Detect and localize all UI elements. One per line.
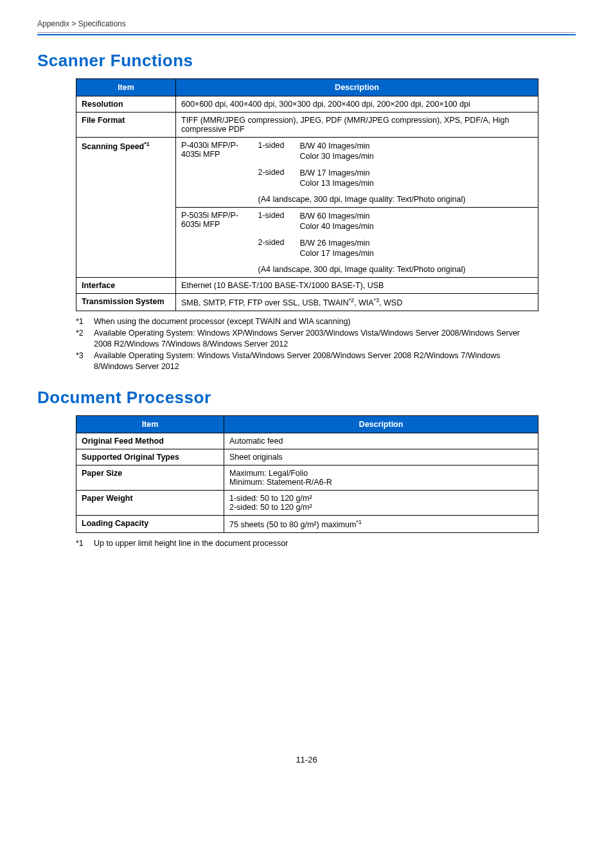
speed-color: Color 30 Images/min bbox=[300, 151, 533, 161]
cell-value: TIFF (MMR/JPEG compression), JPEG, PDF (… bbox=[176, 113, 538, 138]
footnote-1: *1Up to upper limit height line in the d… bbox=[76, 538, 538, 549]
footnote-2: *2Available Operating System: Windows XP… bbox=[76, 328, 538, 350]
loading-capacity-sup: *1 bbox=[356, 519, 362, 525]
row-loading-capacity: Loading Capacity 75 sheets (50 to 80 g/m… bbox=[76, 515, 538, 532]
cell-side-2: 2-sided bbox=[253, 165, 295, 192]
footnote-text: When using the document processor (excep… bbox=[94, 316, 351, 327]
cell-label: Paper Size bbox=[76, 465, 224, 490]
cell-value: 1-sided: 50 to 120 g/m² 2-sided: 50 to 1… bbox=[224, 490, 538, 515]
cell-label: Resolution bbox=[76, 96, 176, 113]
cell-label: Paper Weight bbox=[76, 490, 224, 515]
cell-value: Maximum: Legal/Folio Minimum: Statement-… bbox=[224, 465, 538, 490]
row-scan-speed-a1: Scanning Speed*1 P-4030i MFP/P-4035i MFP… bbox=[76, 138, 538, 165]
cell-value: Sheet originals bbox=[224, 449, 538, 465]
cell-speed: B/W 60 Images/min Color 40 Images/min bbox=[295, 208, 538, 235]
cell-meta: (A4 landscape, 300 dpi, Image quality: T… bbox=[253, 192, 538, 208]
footnote-1: *1When using the document processor (exc… bbox=[76, 316, 538, 327]
cell-model-a: P-4030i MFP/P-4035i MFP bbox=[176, 138, 253, 192]
footnote-text: Available Operating System: Windows XP/W… bbox=[94, 328, 538, 350]
cell-label: Loading Capacity bbox=[76, 515, 224, 532]
row-feed-method: Original Feed Method Automatic feed bbox=[76, 433, 538, 449]
cell-empty bbox=[176, 262, 253, 278]
cell-speed: B/W 40 Images/min Color 30 Images/min bbox=[295, 138, 538, 165]
paper-size-min: Minimum: Statement-R/A6-R bbox=[229, 478, 533, 487]
scan-speed-sup: *1 bbox=[144, 141, 150, 147]
cell-label: Supported Original Types bbox=[76, 449, 224, 465]
cell-value: Automatic feed bbox=[224, 433, 538, 449]
scan-speed-label: Scanning Speed bbox=[82, 142, 144, 151]
cell-speed: B/W 17 Images/min Color 13 Images/min bbox=[295, 165, 538, 192]
heading-document-processor: Document Processor bbox=[37, 388, 576, 408]
loading-capacity-text: 75 sheets (50 to 80 g/m²) maximum bbox=[229, 520, 356, 529]
cell-value: Ethernet (10 BASE-T/100 BASE-TX/1000 BAS… bbox=[176, 278, 538, 294]
cell-side-1: 1-sided bbox=[253, 208, 295, 235]
footnote-text: Up to upper limit height line in the doc… bbox=[94, 538, 288, 549]
row-transmission: Transmission System SMB, SMTP, FTP, FTP … bbox=[76, 294, 538, 311]
trans-mid: , WIA bbox=[354, 298, 374, 307]
cell-label: Scanning Speed*1 bbox=[76, 138, 176, 278]
table-header-row: Item Description bbox=[76, 79, 538, 96]
divider-blue bbox=[37, 34, 576, 35]
cell-value: 600×600 dpi, 400×400 dpi, 300×300 dpi, 2… bbox=[176, 96, 538, 113]
row-file-format: File Format TIFF (MMR/JPEG compression),… bbox=[76, 113, 538, 138]
cell-side-2: 2-sided bbox=[253, 235, 295, 262]
cell-label: File Format bbox=[76, 113, 176, 138]
trans-post: , WSD bbox=[379, 298, 402, 307]
speed-bw: B/W 17 Images/min bbox=[300, 168, 533, 178]
paper-weight-1: 1-sided: 50 to 120 g/m² bbox=[229, 494, 533, 503]
scanner-footnotes: *1When using the document processor (exc… bbox=[76, 316, 538, 372]
paper-weight-2: 2-sided: 50 to 120 g/m² bbox=[229, 503, 533, 512]
footnote-mark: *3 bbox=[76, 350, 94, 372]
cell-meta: (A4 landscape, 300 dpi, Image quality: T… bbox=[253, 262, 538, 278]
cell-label: Transmission System bbox=[76, 294, 176, 311]
cell-speed: B/W 26 Images/min Color 17 Images/min bbox=[295, 235, 538, 262]
footnote-mark: *2 bbox=[76, 328, 94, 350]
divider-grey bbox=[37, 32, 576, 33]
cell-model-b: P-5035i MFP/P-6035i MFP bbox=[176, 208, 253, 262]
row-interface: Interface Ethernet (10 BASE-T/100 BASE-T… bbox=[76, 278, 538, 294]
footnote-3: *3Available Operating System: Windows Vi… bbox=[76, 350, 538, 372]
row-paper-size: Paper Size Maximum: Legal/Folio Minimum:… bbox=[76, 465, 538, 490]
cell-value: SMB, SMTP, FTP, FTP over SSL, USB, TWAIN… bbox=[176, 294, 538, 311]
cell-value: 75 sheets (50 to 80 g/m²) maximum*1 bbox=[224, 515, 538, 532]
cell-label: Original Feed Method bbox=[76, 433, 224, 449]
col-header-item: Item bbox=[76, 79, 176, 96]
paper-size-max: Maximum: Legal/Folio bbox=[229, 469, 533, 478]
cell-label: Interface bbox=[76, 278, 176, 294]
col-header-description: Description bbox=[224, 415, 538, 433]
speed-bw: B/W 26 Images/min bbox=[300, 238, 533, 248]
footnote-mark: *1 bbox=[76, 538, 94, 549]
col-header-item: Item bbox=[76, 415, 224, 433]
cell-empty bbox=[176, 192, 253, 208]
trans-sup3: *3 bbox=[374, 297, 380, 303]
dp-footnotes: *1Up to upper limit height line in the d… bbox=[76, 538, 538, 549]
heading-scanner-functions: Scanner Functions bbox=[37, 51, 576, 71]
speed-bw: B/W 60 Images/min bbox=[300, 211, 533, 221]
footnote-mark: *1 bbox=[76, 316, 94, 327]
trans-sup2: *2 bbox=[348, 297, 354, 303]
col-header-description: Description bbox=[176, 79, 538, 96]
table-document-processor: Item Description Original Feed Method Au… bbox=[76, 415, 538, 533]
page-number: 11-26 bbox=[37, 755, 576, 764]
footnote-text: Available Operating System: Windows Vist… bbox=[94, 350, 538, 372]
table-scanner-functions: Item Description Resolution 600×600 dpi,… bbox=[76, 78, 538, 311]
table-header-row: Item Description bbox=[76, 415, 538, 433]
row-paper-weight: Paper Weight 1-sided: 50 to 120 g/m² 2-s… bbox=[76, 490, 538, 515]
row-resolution: Resolution 600×600 dpi, 400×400 dpi, 300… bbox=[76, 96, 538, 113]
speed-color: Color 40 Images/min bbox=[300, 221, 533, 231]
breadcrumb: Appendix > Specifications bbox=[37, 19, 576, 28]
row-original-types: Supported Original Types Sheet originals bbox=[76, 449, 538, 465]
trans-pre: SMB, SMTP, FTP, FTP over SSL, USB, TWAIN bbox=[181, 298, 348, 307]
speed-bw: B/W 40 Images/min bbox=[300, 141, 533, 151]
speed-color: Color 13 Images/min bbox=[300, 178, 533, 188]
speed-color: Color 17 Images/min bbox=[300, 248, 533, 258]
cell-side-1: 1-sided bbox=[253, 138, 295, 165]
